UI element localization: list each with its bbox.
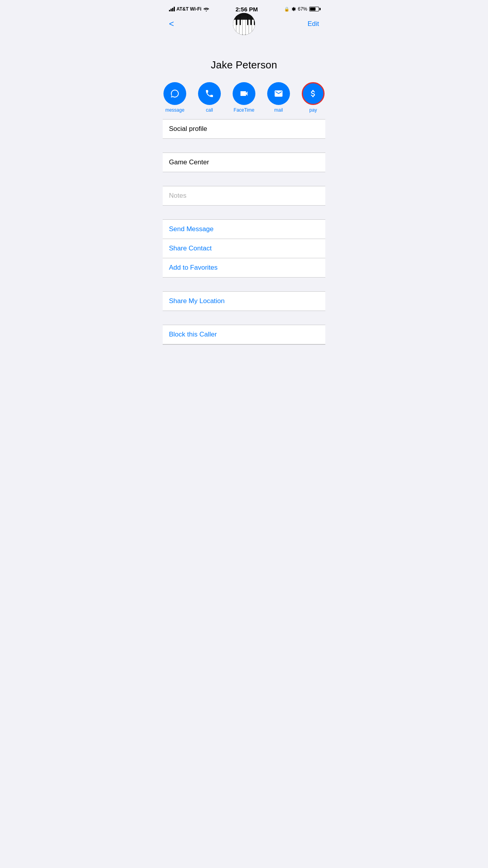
- facetime-label: FaceTime: [234, 107, 255, 113]
- call-icon: [205, 89, 214, 98]
- main-content: Social profile Game Center Notes Send Me…: [163, 119, 325, 358]
- status-time: 2:56 PM: [235, 6, 258, 13]
- bluetooth-icon: ✱: [292, 6, 296, 12]
- pay-button[interactable]: [302, 82, 325, 105]
- action-item-mail: mail: [266, 82, 291, 113]
- battery-percent: 67%: [298, 6, 307, 12]
- section-divider-1: [163, 139, 325, 153]
- share-contact-section: Share Contact: [163, 239, 325, 258]
- contact-header: Jake Peterson: [163, 32, 325, 77]
- section-divider-4: [163, 278, 325, 291]
- lock-icon: 🔒: [284, 7, 290, 12]
- wifi-icon: [203, 7, 209, 11]
- social-profile-label: Social profile: [169, 125, 207, 133]
- bottom-spacer: [163, 344, 325, 358]
- notes-item: Notes: [163, 186, 325, 206]
- facetime-button[interactable]: [233, 82, 255, 105]
- status-left: AT&T Wi-Fi: [169, 6, 209, 12]
- edit-button[interactable]: Edit: [308, 20, 319, 28]
- mail-icon: [274, 89, 283, 98]
- section-divider-2: [163, 172, 325, 186]
- battery-indicator: [309, 7, 319, 11]
- message-button[interactable]: [163, 82, 186, 105]
- carrier-label: AT&T Wi-Fi: [176, 6, 202, 12]
- action-item-message: message: [163, 82, 187, 113]
- share-contact-button[interactable]: Share Contact: [163, 239, 325, 258]
- call-label: call: [206, 107, 213, 113]
- action-item-facetime: FaceTime: [231, 82, 257, 113]
- pay-label: pay: [309, 107, 317, 113]
- message-icon: [170, 89, 180, 98]
- social-profile-section: Social profile: [163, 119, 325, 139]
- share-location-section: Share My Location: [163, 291, 325, 311]
- mail-button[interactable]: [267, 82, 290, 105]
- call-button[interactable]: [198, 82, 221, 105]
- action-item-pay: pay: [301, 82, 325, 113]
- add-to-favorites-button[interactable]: Add to Favorites: [163, 258, 325, 278]
- back-button[interactable]: <: [169, 19, 174, 29]
- contact-name: Jake Peterson: [163, 59, 325, 71]
- block-caller-button[interactable]: Block this Caller: [163, 325, 325, 344]
- status-right: 🔒 ✱ 67%: [284, 6, 319, 12]
- message-label: message: [165, 107, 185, 113]
- section-divider-5: [163, 311, 325, 325]
- nav-bar: < Edit: [163, 17, 325, 32]
- contact-avatar: [233, 13, 255, 35]
- add-to-favorites-section: Add to Favorites: [163, 258, 325, 278]
- send-message-button[interactable]: Send Message: [163, 220, 325, 239]
- section-divider-3: [163, 206, 325, 219]
- signal-bars: [169, 7, 175, 11]
- mail-label: mail: [274, 107, 283, 113]
- social-profile-item: Social profile: [163, 120, 325, 139]
- send-message-section: Send Message: [163, 219, 325, 239]
- pay-icon: [308, 89, 318, 98]
- facetime-icon: [239, 89, 249, 98]
- notes-label: Notes: [169, 192, 186, 200]
- game-center-item: Game Center: [163, 153, 325, 172]
- share-location-button[interactable]: Share My Location: [163, 292, 325, 311]
- block-caller-section: Block this Caller: [163, 325, 325, 344]
- action-buttons: message call FaceTime mail: [163, 77, 325, 119]
- notes-section: Notes: [163, 186, 325, 206]
- game-center-label: Game Center: [169, 158, 209, 166]
- action-item-call: call: [197, 82, 222, 113]
- game-center-section: Game Center: [163, 153, 325, 172]
